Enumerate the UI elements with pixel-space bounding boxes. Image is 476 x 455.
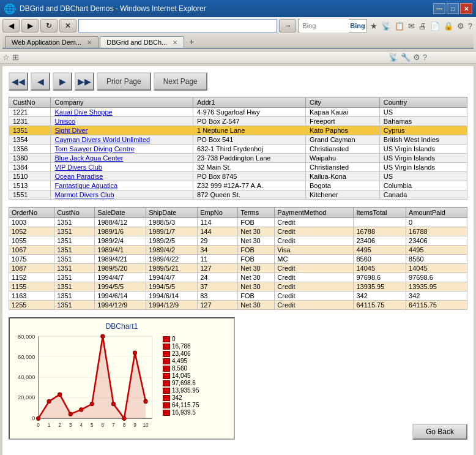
legend-value: 97,698.6 [172, 380, 196, 386]
cell-custno: 1351 [54, 218, 95, 227]
prior-page-button[interactable]: Prior Page [97, 72, 151, 91]
bm-help[interactable]: ? [423, 53, 427, 62]
history-icon[interactable]: 📋 [393, 20, 406, 32]
company-link[interactable]: Unisco [54, 118, 75, 125]
cell-payment: Credit [275, 227, 354, 236]
svg-text:2: 2 [58, 423, 61, 428]
tab-web-application-close[interactable]: ✕ [87, 39, 92, 46]
company-link[interactable]: Fantastique Aquatica [54, 182, 117, 189]
cell-saledate: 1994/5/5 [95, 282, 146, 291]
bm-tool1[interactable]: 🔧 [401, 53, 411, 62]
svg-point-34 [133, 351, 136, 355]
col-amountpaid: AmountPaid [406, 208, 467, 218]
company-link[interactable]: Ocean Paradise [54, 173, 103, 180]
svg-text:3: 3 [69, 423, 72, 428]
last-page-button[interactable]: ▶▶ [75, 72, 94, 91]
favorites-icon[interactable]: ★ [369, 20, 379, 32]
cell-country: British West Indies [379, 135, 467, 145]
company-link[interactable]: Marmot Divers Club [54, 191, 114, 198]
svg-point-31 [101, 334, 105, 338]
address-bar[interactable]: http://127.0.0.1:8888/EXEC/2/1nms7cs05qv… [78, 19, 277, 32]
legend-color-box [163, 402, 170, 408]
tab-dbgrid-close[interactable]: ✕ [173, 39, 177, 46]
refresh-button[interactable]: ↻ [40, 19, 58, 32]
chart-svg: 80,000 60,000 40,000 20,000 0 0 1 2 3 4 … [13, 333, 158, 431]
table-row: 115213511994/4/71994/4/724Net 30Credit97… [9, 273, 467, 282]
rss-icon[interactable]: 📡 [389, 53, 398, 62]
cell-city: Christiansted [306, 145, 380, 154]
back-button[interactable]: ◀ [2, 19, 20, 32]
safety-icon[interactable]: 🔒 [442, 20, 455, 32]
svg-point-33 [122, 416, 126, 420]
orders-grid: OrderNo CustNo SaleDate ShipDate EmpNo T… [9, 207, 467, 310]
svg-text:80,000: 80,000 [18, 334, 35, 340]
cell-shipdate: 1994/4/7 [146, 273, 198, 282]
cell-addr1: Z32 999 #12A-77 A.A. [193, 181, 305, 190]
cell-terms: Net 30 [238, 227, 275, 236]
company-link[interactable]: Tom Sawyer Diving Centre [54, 145, 134, 152]
legend-item: 342 [163, 394, 230, 401]
bing-icon: Bing [350, 22, 365, 29]
legend-value: 23,406 [172, 350, 191, 357]
cell-custno: 1351 [54, 246, 95, 255]
col-terms: Terms [238, 208, 275, 218]
cell-custno: 1351 [9, 126, 51, 135]
next-page-button[interactable]: Next Page [154, 72, 207, 91]
cell-orderno: 1052 [9, 227, 54, 236]
cell-orderno: 1163 [9, 291, 54, 301]
svg-text:9: 9 [133, 423, 136, 428]
chart-legend: 016,78823,4064,4958,56014,04597,698.613,… [163, 333, 230, 431]
chart-title: DBChart1 [13, 322, 230, 331]
next-nav-button[interactable]: ▶ [53, 72, 72, 91]
cell-saledate: 1989/2/4 [95, 236, 146, 246]
svg-point-28 [69, 412, 72, 416]
close-button[interactable]: ✕ [460, 3, 472, 14]
mail-icon[interactable]: ✉ [407, 20, 416, 32]
table-row: 116313511994/6/141994/6/1483FOBCredit342… [9, 291, 467, 301]
company-link[interactable]: Kauai Dive Shoppe [54, 108, 112, 116]
cell-empno: 127 [198, 301, 238, 310]
tab-dbgrid[interactable]: DBGrid and DBCh... ✕ [100, 36, 184, 48]
cell-addr1: 872 Queen St. [193, 190, 305, 200]
prev-button[interactable]: ◀ [31, 72, 50, 91]
table-row: 105513511989/2/41989/2/529Net 30Credit23… [9, 236, 467, 246]
cell-orderno: 1152 [9, 273, 54, 282]
first-page-button[interactable]: ◀◀ [9, 72, 28, 91]
page-icon[interactable]: 📄 [429, 20, 441, 32]
help-icon[interactable]: ? [467, 20, 474, 32]
maximize-button[interactable]: □ [447, 3, 459, 14]
go-back-button[interactable]: Go Back [412, 424, 467, 440]
legend-color-box [163, 373, 170, 379]
forward-button[interactable]: ▶ [21, 19, 39, 32]
minimize-button[interactable]: — [433, 3, 445, 14]
legend-color-box [163, 388, 170, 394]
tools-icon[interactable]: ⚙ [456, 20, 466, 32]
company-link[interactable]: VIP Divers Club [54, 164, 102, 171]
tab-web-application[interactable]: Web Application Dem... ✕ [5, 36, 99, 48]
add-favorites-icon[interactable]: ⊞ [12, 53, 19, 62]
cell-custno: 1351 [54, 301, 95, 310]
cell-shipdate: 1988/5/3 [146, 218, 198, 227]
title-bar: 🌐 DBGrid and DBChart Demos - Windows Int… [0, 0, 476, 17]
cell-shipdate: 1989/5/21 [146, 264, 198, 273]
cell-saledate: 1988/4/12 [95, 218, 146, 227]
company-link[interactable]: Cayman Divers World Unlimited [54, 136, 150, 143]
bm-tool2[interactable]: ⚙ [413, 53, 420, 62]
cell-orderno: 1087 [9, 264, 54, 273]
new-tab-button[interactable]: + [185, 36, 198, 48]
window-title: DBGrid and DBChart Demos - Windows Inter… [20, 4, 206, 13]
favorites-star-icon[interactable]: ☆ [2, 53, 10, 62]
print-icon[interactable]: 🖨 [417, 20, 428, 32]
cell-city: Kapaa Kauai [306, 108, 380, 117]
cell-terms: FOB [238, 218, 275, 227]
svg-text:40,000: 40,000 [18, 374, 35, 380]
company-link[interactable]: Sight Diver [54, 127, 87, 134]
company-link[interactable]: Blue Jack Aqua Center [54, 154, 123, 162]
table-row: 1221Kauai Dive Shoppe4-976 Sugarloaf Hwy… [9, 108, 467, 117]
stop-button[interactable]: ✕ [59, 19, 76, 32]
table-row: 1356Tom Sawyer Diving Centre632-1 Third … [9, 145, 467, 154]
cell-payment: Credit [275, 301, 354, 310]
search-box[interactable] [300, 19, 349, 32]
go-button[interactable]: → [279, 19, 296, 32]
feeds-icon[interactable]: 📡 [380, 20, 392, 32]
